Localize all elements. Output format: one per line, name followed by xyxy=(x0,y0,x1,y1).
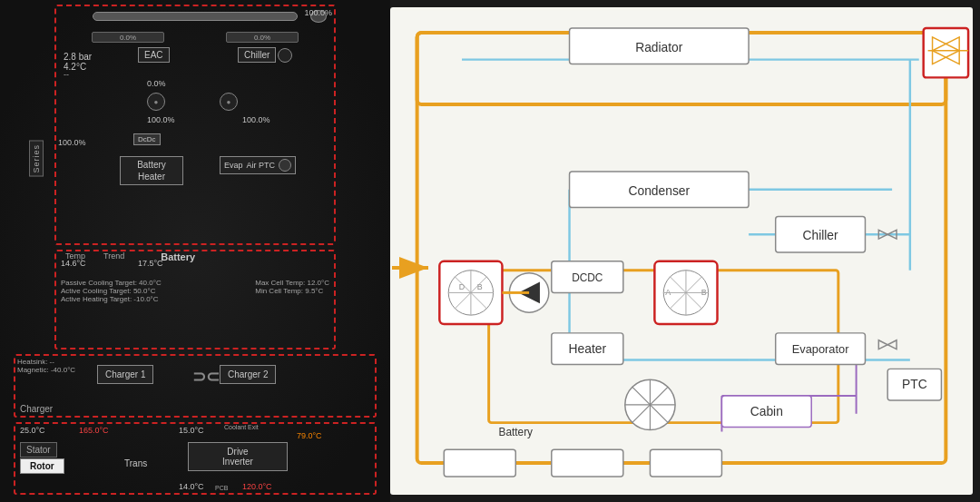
battery-label: Battery xyxy=(161,251,195,262)
active-heating: Active Heating Target: -10.0°C xyxy=(61,295,162,303)
arrow-connector xyxy=(392,254,437,281)
svg-text:DCDC: DCDC xyxy=(572,271,603,284)
battery-heater-label: Battery Heater xyxy=(137,160,166,182)
pump-left: ● xyxy=(147,93,165,111)
pump-right: ● xyxy=(220,93,238,111)
min-cell: Min Cell Temp: 9.5°C xyxy=(255,287,329,295)
passive-cooling: Passive Cooling Target: 40.0°C xyxy=(61,279,162,287)
rotor-box: Rotor xyxy=(20,458,64,474)
gauge-row: 0.0% 0.0% xyxy=(74,32,316,43)
heatsink-label: Heatsink: -- xyxy=(17,358,75,366)
svg-text:Heater: Heater xyxy=(569,341,607,356)
gauge-left-value: 0.0% xyxy=(120,34,136,42)
temp15: 15.0°C xyxy=(179,426,204,435)
evap-cap xyxy=(279,159,291,172)
svg-text:Battery: Battery xyxy=(499,426,534,438)
charger-label: Charger xyxy=(20,404,53,414)
svg-text:Cabin: Cabin xyxy=(750,404,783,418)
dcdc-box: DcDc xyxy=(133,133,161,145)
dash-value: -- xyxy=(64,70,69,79)
charger-divider: ⊃⊂ xyxy=(192,367,220,387)
svg-text:Condenser: Condenser xyxy=(629,183,691,198)
eac-box: EAC xyxy=(138,47,170,63)
temp25: 25.0°C xyxy=(20,426,45,435)
trend-label: Trend xyxy=(103,251,124,262)
battery-info: Passive Cooling Target: 40.0°C Active Co… xyxy=(61,279,162,303)
series-label: Series xyxy=(29,141,44,177)
evap-label: Evap xyxy=(224,161,243,170)
charger1-box[interactable]: Charger 1 xyxy=(97,365,153,384)
temp79: 79.0°C xyxy=(297,431,322,440)
svg-rect-59 xyxy=(924,28,968,77)
stator-box: Stator xyxy=(20,442,57,458)
pct100-left: 100.0% xyxy=(58,138,86,147)
drive-inverter-box: Drive Inverter xyxy=(188,442,288,471)
active-cooling: Active Cooling Target: 50.0°C xyxy=(61,287,162,295)
pressure-value: 2.8 bar xyxy=(64,52,92,62)
temp14-2: 14.0°C xyxy=(179,482,204,491)
pct2-value: 0.0% xyxy=(147,79,166,88)
temp120: 120.0°C xyxy=(242,482,272,491)
left-panel: 100.0% 0.0% 0.0% 2.8 bar 4.2°C EAC xyxy=(0,0,390,502)
cell-temps: Max Cell Temp: 12.0°C Min Cell Temp: 9.5… xyxy=(255,279,329,295)
temp17-value: 17.5°C xyxy=(138,259,163,268)
svg-text:Chiller: Chiller xyxy=(803,228,839,242)
gauge-left: 0.0% xyxy=(74,32,181,43)
temp165: 165.0°C xyxy=(79,426,109,435)
motor-section: 25.0°C 165.0°C 15.0°C Coolant Exit 79.0°… xyxy=(14,422,377,495)
chiller-box: Chiller xyxy=(238,47,276,63)
pcb-label: PCB xyxy=(215,485,228,491)
coolant-exit-label: Coolant Exit xyxy=(224,424,259,430)
svg-rect-42 xyxy=(650,449,721,477)
svg-text:Evaporator: Evaporator xyxy=(792,342,849,356)
temp14-value: 14.6°C xyxy=(61,259,86,268)
trans-label: Trans xyxy=(124,458,147,468)
max-cell: Max Cell Temp: 12.0°C xyxy=(255,279,329,287)
chiller-cap xyxy=(278,48,292,63)
air-ptc-label: Air PTC xyxy=(247,161,276,170)
gauge-left-bar: 0.0% xyxy=(92,32,164,43)
svg-rect-2 xyxy=(390,10,973,491)
gauge-right: 0.0% xyxy=(209,32,316,43)
top-tube xyxy=(93,12,298,21)
heatsink-magnetic: Heatsink: -- Magnetic: -40.0°C xyxy=(17,358,75,374)
battery-box: Temp Trend Battery 14.6°C 17.5°C Passive… xyxy=(54,250,336,349)
evap-ptc-box: Evap Air PTC xyxy=(220,156,296,174)
magnetic-label: Magnetic: -40.0°C xyxy=(17,366,75,374)
ac-system-box: 100.0% 0.0% 0.0% 2.8 bar 4.2°C EAC xyxy=(54,5,336,245)
svg-rect-40 xyxy=(444,449,515,477)
schematic-panel: Radiator Condenser Chiller DCDC Heater E… xyxy=(390,7,973,495)
schematic-svg: Radiator Condenser Chiller DCDC Heater E… xyxy=(390,7,973,495)
svg-text:PTC: PTC xyxy=(902,377,927,391)
charger-section: Heatsink: -- Magnetic: -40.0°C Charger 1… xyxy=(14,354,377,418)
pressure-temp: 2.8 bar 4.2°C xyxy=(64,52,92,72)
charger2-box[interactable]: Charger 2 xyxy=(220,365,276,384)
pump-row: ● ● xyxy=(147,93,238,111)
battery-heater-box: Battery Heater xyxy=(120,156,183,185)
pct4-value: 100.0% xyxy=(242,115,270,124)
pct-top-right: 100.0% xyxy=(304,8,332,17)
drive-inverter-label: Drive Inverter xyxy=(222,447,253,467)
svg-text:Radiator: Radiator xyxy=(635,40,683,54)
gauge-right-bar: 0.0% xyxy=(226,32,299,43)
gauge-right-value: 0.0% xyxy=(254,34,270,42)
svg-rect-41 xyxy=(552,449,623,477)
pct3-value: 100.0% xyxy=(147,115,175,124)
